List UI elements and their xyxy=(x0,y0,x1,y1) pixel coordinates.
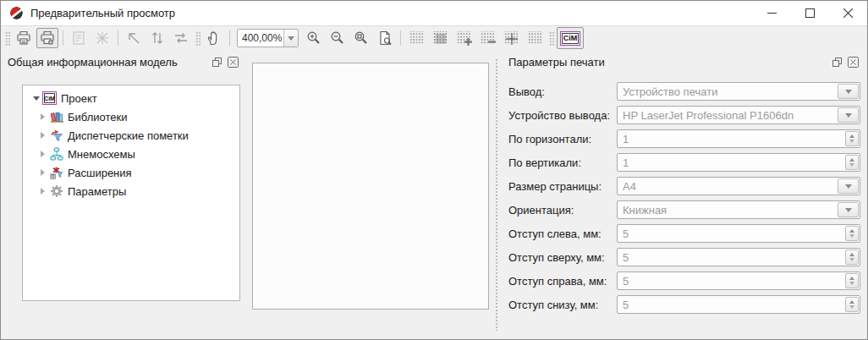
arrows-horizontal-button[interactable] xyxy=(170,28,192,48)
field-label: По горизонтали: xyxy=(508,133,617,145)
grid-increase-button[interactable] xyxy=(453,28,475,48)
zoom-level-value: 400,00% xyxy=(238,30,283,47)
field-value: A4 xyxy=(623,178,834,195)
maximize-button[interactable] xyxy=(791,1,829,25)
spinner-buttons[interactable] xyxy=(845,131,859,146)
toolbar-grip[interactable] xyxy=(195,30,201,46)
dropdown-button[interactable] xyxy=(838,202,859,217)
field-label: По вертикали: xyxy=(508,156,617,169)
tree-item[interactable]: 8 Расширения xyxy=(23,163,239,182)
model-panel-header: Общая информационная модель xyxy=(1,50,246,74)
toolbar-grip[interactable] xyxy=(4,30,10,46)
minimize-button[interactable] xyxy=(753,1,791,25)
grid-decrease-button[interactable] xyxy=(476,28,498,48)
tree-item[interactable]: Параметры xyxy=(23,182,239,200)
grid-snap-button[interactable] xyxy=(500,28,522,48)
field-input[interactable]: 5 xyxy=(617,271,860,290)
toolbar-separator xyxy=(229,30,230,46)
grid-plain-button[interactable] xyxy=(524,28,546,48)
cim-model-button[interactable]: CiM xyxy=(557,27,584,49)
field-input[interactable]: A4 xyxy=(617,177,860,195)
spinner-buttons[interactable] xyxy=(845,250,859,265)
panel-splitter[interactable] xyxy=(495,58,499,331)
grid-area-button[interactable] xyxy=(429,28,451,48)
field-value: HP LaserJet Professional P1606dn xyxy=(623,107,834,123)
tree-expander-icon[interactable] xyxy=(36,113,49,120)
toolbar-grip[interactable] xyxy=(548,30,554,46)
tree-item-icon xyxy=(49,110,63,123)
model-panel-title: Общая информационная модель xyxy=(8,56,178,69)
model-panel: Общая информационная модель xyxy=(1,50,246,339)
page-preview-button[interactable] xyxy=(374,28,396,48)
tree-expander-icon[interactable] xyxy=(36,151,49,157)
settings-field-row: Отступ слева, мм: 5 xyxy=(508,224,860,243)
zoom-region-button[interactable] xyxy=(350,28,372,48)
field-label: Устройство вывода: xyxy=(508,109,617,122)
arrows-vertical-button[interactable] xyxy=(146,28,168,48)
page-setup-button[interactable] xyxy=(68,28,90,48)
spinner-buttons[interactable] xyxy=(845,155,859,170)
zoom-level-combo[interactable]: 400,00% xyxy=(237,29,299,47)
zoom-combo-dropdown-button[interactable] xyxy=(283,30,298,47)
model-tree: CiM Проект Библиотеки Диспетчерские поме… xyxy=(22,85,240,301)
float-panel-button[interactable] xyxy=(831,56,843,69)
float-panel-button[interactable] xyxy=(211,56,223,69)
svg-text:CiM: CiM xyxy=(44,96,55,101)
field-input[interactable]: 5 xyxy=(617,248,860,266)
settings-field-row: По вертикали: 1 xyxy=(508,153,860,172)
field-label: Вывод: xyxy=(508,85,617,98)
spinner-buttons[interactable] xyxy=(845,226,859,241)
tree-expander-icon[interactable] xyxy=(30,96,42,101)
cim-icon: CiM xyxy=(560,31,581,46)
tree-expander-icon[interactable] xyxy=(36,169,49,176)
zoom-in-button[interactable] xyxy=(303,28,325,48)
field-input[interactable]: 5 xyxy=(617,295,860,314)
tree-item-label: Расширения xyxy=(68,167,132,179)
dropdown-button[interactable] xyxy=(838,107,859,123)
print-settings-button[interactable] xyxy=(36,28,58,48)
close-panel-button[interactable] xyxy=(227,56,239,69)
spin-down-icon xyxy=(849,163,854,167)
field-value: Устройство печати xyxy=(623,83,834,100)
field-value: 1 xyxy=(623,130,834,147)
field-input[interactable]: Устройство печати xyxy=(617,82,860,101)
field-input[interactable]: 1 xyxy=(617,129,860,148)
grid-icon xyxy=(527,31,542,45)
move-pages-button[interactable] xyxy=(91,28,113,48)
dropdown-button[interactable] xyxy=(838,84,859,99)
close-panel-button[interactable] xyxy=(847,56,860,69)
tree-item-icon xyxy=(49,147,63,161)
field-input[interactable]: HP LaserJet Professional P1606dn xyxy=(617,106,860,124)
tree-item[interactable]: Библиотеки xyxy=(23,107,239,126)
spin-down-icon xyxy=(849,234,854,238)
settings-field-row: Отступ сверху, мм: 5 xyxy=(508,248,860,266)
field-input[interactable]: 5 xyxy=(617,224,860,243)
grid-show-button[interactable] xyxy=(405,28,427,48)
tree-item[interactable]: Мнемосхемы xyxy=(23,145,239,163)
preview-page xyxy=(252,63,489,310)
window-controls xyxy=(753,1,867,25)
tree-expander-icon[interactable] xyxy=(36,132,49,139)
spin-down-icon xyxy=(849,282,854,285)
print-button[interactable] xyxy=(13,28,35,48)
close-button[interactable] xyxy=(829,1,867,25)
spinner-buttons[interactable] xyxy=(845,297,859,312)
dropdown-button[interactable] xyxy=(838,178,859,194)
grid-snap-icon xyxy=(503,31,519,45)
tree-item-label: Мнемосхемы xyxy=(68,148,135,161)
field-input[interactable]: 1 xyxy=(617,153,860,172)
settings-field-row: Вывод: Устройство печати xyxy=(508,82,860,101)
zoom-out-button[interactable] xyxy=(327,28,349,48)
field-value: Книжная xyxy=(623,201,834,218)
tree-item-label: Библиотеки xyxy=(68,111,127,123)
tree-expander-icon[interactable] xyxy=(36,188,49,195)
field-value: 5 xyxy=(623,249,834,266)
tree-item[interactable]: Диспетчерские пометки xyxy=(23,126,239,145)
spinner-buttons[interactable] xyxy=(845,273,859,288)
window-title: Предварительный просмотр xyxy=(30,7,175,19)
arrow-nw-button[interactable] xyxy=(123,28,145,48)
pan-hand-button[interactable] xyxy=(203,28,225,48)
chevron-down-icon xyxy=(845,184,852,189)
tree-item[interactable]: CiM Проект xyxy=(23,89,239,107)
field-input[interactable]: Книжная xyxy=(617,200,860,219)
